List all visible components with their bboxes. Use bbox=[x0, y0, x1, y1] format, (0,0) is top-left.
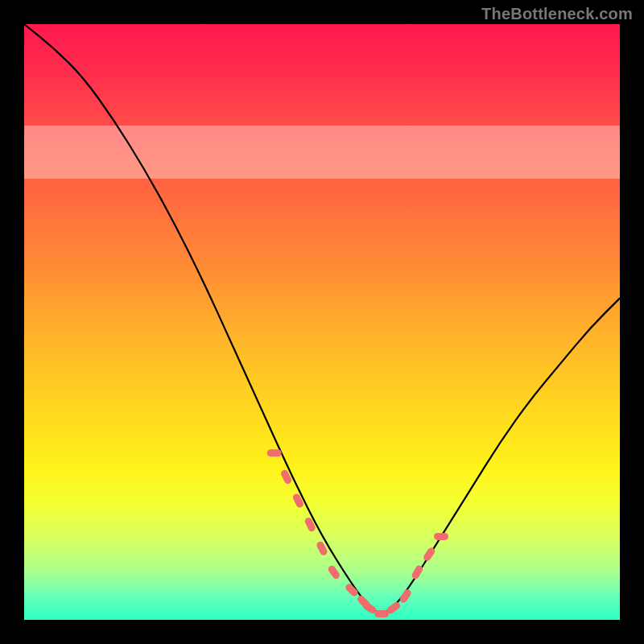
highlight-dots bbox=[267, 449, 448, 617]
plot-area bbox=[24, 24, 620, 620]
highlight-dot bbox=[434, 533, 448, 540]
highlight-dot bbox=[303, 517, 316, 533]
highlight-dot bbox=[267, 449, 282, 456]
bottleneck-curve bbox=[24, 24, 620, 613]
highlight-dot bbox=[374, 610, 389, 617]
highlight-dot bbox=[327, 564, 341, 580]
chart-frame: TheBottleneck.com bbox=[0, 0, 644, 644]
highlight-dot bbox=[291, 493, 304, 509]
highlight-dot bbox=[398, 588, 412, 604]
curve-layer bbox=[24, 24, 620, 620]
watermark-text: TheBottleneck.com bbox=[481, 5, 633, 23]
